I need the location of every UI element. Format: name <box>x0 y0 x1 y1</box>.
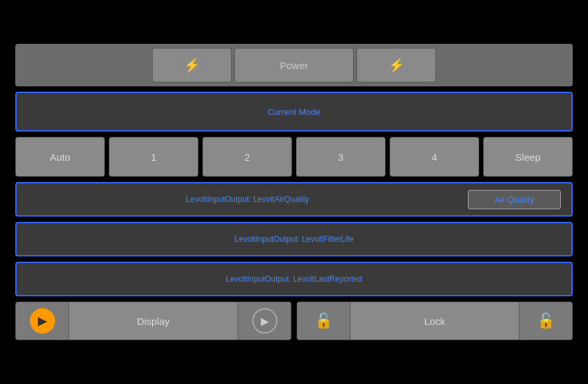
last-reported-label: LevoltInputOutput: LevoltLastReported <box>27 274 561 284</box>
display-group: ▶ Display ▶ <box>15 302 291 340</box>
lock-group: 🔓 Lock 🔓 <box>297 302 573 340</box>
mode-sleep-button[interactable]: Sleep <box>483 137 573 177</box>
lock-label-button[interactable]: Lock <box>350 302 519 339</box>
mode-2-button[interactable]: 2 <box>202 137 292 177</box>
power-left-button[interactable]: ⚡ <box>152 48 232 82</box>
power-row: ⚡ Power ⚡ <box>15 44 573 86</box>
lock-active-icon: 🔓 <box>315 312 332 330</box>
last-reported-status-row: LevoltInputOutput: LevoltLastReported <box>15 262 573 296</box>
main-container: ⚡ Power ⚡ Current Mode Auto 1 2 3 4 <box>15 44 573 340</box>
display-play-inactive-button[interactable]: ▶ <box>238 302 291 339</box>
play-inactive-icon: ▶ <box>252 308 277 334</box>
lock-left-button[interactable]: 🔓 <box>297 302 350 339</box>
mode-row: Auto 1 2 3 4 Sleep <box>15 137 573 177</box>
power-label-button[interactable]: Power <box>234 48 354 82</box>
mode-1-button[interactable]: 1 <box>109 137 198 177</box>
lightning-gray-icon: ⚡ <box>384 53 408 77</box>
air-quality-badge: Air Quality <box>468 190 561 209</box>
current-mode-box: Current Mode <box>15 92 573 132</box>
play-active-icon: ▶ <box>30 308 55 334</box>
bottom-row: ▶ Display ▶ 🔓 Lock 🔓 <box>15 302 573 340</box>
mode-4-button[interactable]: 4 <box>390 137 479 177</box>
lightning-orange-icon: ⚡ <box>180 53 204 77</box>
display-label-button[interactable]: Display <box>69 302 238 339</box>
filter-life-label: LevoltInputOutput: LevoltFilterLife <box>27 235 561 244</box>
air-quality-status-row: LevoltInputOutput: LevoltAirQuality Air … <box>15 182 573 217</box>
mode-auto-button[interactable]: Auto <box>15 137 105 177</box>
mode-3-button[interactable]: 3 <box>296 137 386 177</box>
filter-life-status-row: LevoltInputOutput: LevoltFilterLife <box>15 222 573 256</box>
display-play-active-button[interactable]: ▶ <box>16 302 69 339</box>
lock-inactive-icon: 🔓 <box>537 312 555 330</box>
air-quality-label: LevoltInputOutput: LevoltAirQuality <box>27 195 468 204</box>
power-right-button[interactable]: ⚡ <box>356 48 436 82</box>
lock-right-button[interactable]: 🔓 <box>519 302 572 339</box>
current-mode-label: Current Mode <box>267 107 320 117</box>
